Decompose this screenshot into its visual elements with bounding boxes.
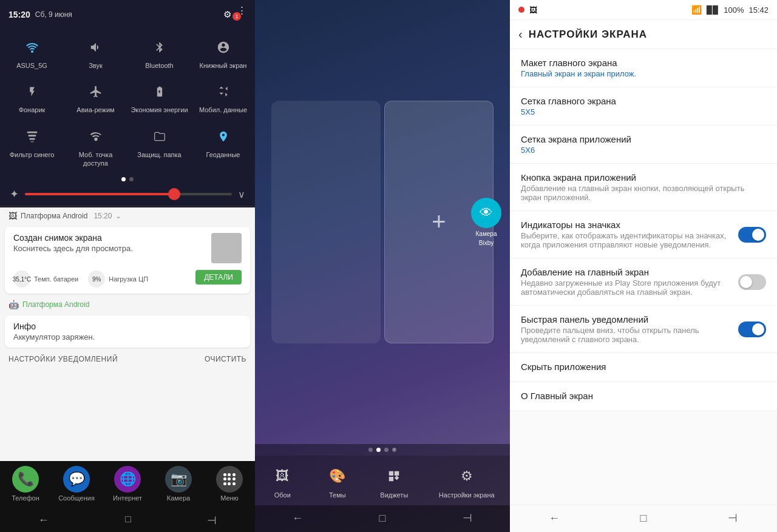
- nav-camera[interactable]: 📷 Камера: [153, 466, 204, 502]
- tile-sound[interactable]: Звук: [64, 30, 127, 75]
- home-screen-panel: + 👁 Камера Bixby + 🖼 Обои 🎨 Темы: [255, 0, 510, 532]
- brightness-slider[interactable]: [25, 193, 232, 195]
- bixby-button[interactable]: 👁 Камера Bixby: [471, 198, 501, 246]
- toolbar-themes-label: Темы: [329, 491, 346, 499]
- add-home-toggle[interactable]: [738, 274, 766, 290]
- quick-panel-title: Быстрая панель уведомлений: [521, 314, 738, 325]
- temp-label: Темп. батареи: [34, 275, 78, 283]
- notif1-title: Создан снимок экрана: [13, 233, 205, 243]
- tile-book[interactable]: Книжный экран: [191, 30, 255, 75]
- badges-toggle[interactable]: [738, 227, 766, 243]
- settings-recent-button[interactable]: ⊣: [688, 511, 777, 525]
- add-home-text: Добавление на главный экран Недавно загр…: [521, 267, 738, 297]
- add-home-sub: Недавно загруженные из Play Store прилож…: [521, 278, 738, 297]
- tile-wifi[interactable]: ASUS_5G: [0, 30, 64, 75]
- settings-item-add-home[interactable]: Добавление на главный экран Недавно загр…: [510, 258, 777, 306]
- back-button-1[interactable]: ←: [38, 514, 49, 527]
- tile-book-label: Книжный экран: [200, 61, 247, 70]
- home-recent-button[interactable]: ⊣: [425, 511, 510, 525]
- phone-icon-circle: 📞: [12, 466, 39, 493]
- settings-item-grid-home[interactable]: Сетка главного экрана 5X5: [510, 87, 777, 126]
- bixby-circle: 👁: [471, 198, 501, 228]
- book-icon: [212, 36, 234, 58]
- bottom-nav: 📞 Телефон 💬 Сообщения 🌐 Интернет 📷 Камер…: [0, 461, 255, 508]
- notif1-thumbnail: [211, 233, 242, 263]
- layout-sub: Главный экран и экран прилож.: [521, 69, 766, 78]
- add-home-toggle-knob: [740, 276, 752, 288]
- toolbar-widgets[interactable]: Виджеты: [380, 464, 408, 499]
- settings-item-apps-button[interactable]: Кнопка экрана приложений Добавление на г…: [510, 164, 777, 211]
- notif-clear-button[interactable]: ОЧИСТИТЬ: [205, 355, 246, 363]
- wallpaper-icon: 🖼: [270, 464, 294, 488]
- tile-folder[interactable]: Защищ. папка: [127, 120, 191, 173]
- settings-item-hide-apps[interactable]: Скрыть приложения: [510, 353, 777, 382]
- about-title: О Главный экран: [521, 391, 766, 401]
- detail-button[interactable]: ДЕТАЛИ: [195, 270, 242, 285]
- tile-flashlight[interactable]: Фонарик: [0, 75, 64, 119]
- metric-temp: 35,1°С Темп. батареи: [13, 271, 78, 288]
- home-home-button[interactable]: □: [340, 511, 425, 525]
- nav-menu[interactable]: Меню: [204, 466, 255, 502]
- add-page-icon[interactable]: +: [432, 208, 446, 235]
- nav-phone[interactable]: 📞 Телефон: [0, 466, 51, 502]
- toolbar-wallpaper-label: Обои: [274, 491, 291, 499]
- home-toolbar: 🖼 Обои 🎨 Темы Виджеты ⚙ Настройки экрана: [255, 456, 510, 505]
- svg-rect-3: [30, 141, 34, 142]
- notif1-metrics: 35,1°С Темп. батареи 9% Нагрузка ЦП: [13, 271, 148, 288]
- nav-messages[interactable]: 💬 Сообщения: [51, 466, 102, 502]
- internet-icon-circle: 🌐: [114, 466, 141, 493]
- home-button-1[interactable]: □: [125, 514, 131, 527]
- settings-item-grid-apps[interactable]: Сетка экрана приложений 5X6: [510, 126, 777, 164]
- tile-bluetooth[interactable]: Bluetooth: [127, 30, 191, 75]
- badges-sub: Выберите, как отображать идентификаторы …: [521, 231, 738, 249]
- svg-rect-1: [28, 135, 36, 136]
- temp-value: 35,1°С: [13, 276, 32, 283]
- settings-back-button[interactable]: ←: [510, 511, 599, 525]
- toolbar-themes[interactable]: 🎨 Темы: [325, 464, 350, 499]
- nav-phone-label: Телефон: [12, 494, 39, 502]
- badges-text: Индикаторы на значках Выберите, как отоб…: [521, 220, 738, 249]
- home-back-button[interactable]: ←: [255, 511, 340, 525]
- home-page-dots: +: [255, 444, 510, 456]
- settings-item-about[interactable]: О Главный экран: [510, 382, 777, 411]
- quick-panel-toggle[interactable]: [738, 322, 766, 337]
- brightness-thumb[interactable]: [168, 188, 180, 200]
- home-dot-add: +: [392, 448, 396, 452]
- settings-item-quick-panel[interactable]: Быстрая панель уведомлений Проведите пал…: [510, 306, 777, 353]
- notif-settings-button[interactable]: НАСТРОЙКИ УВЕДОМЛЕНИЙ: [8, 355, 118, 363]
- battery-status: 100%: [724, 5, 744, 15]
- settings-back-arrow[interactable]: ‹: [518, 27, 523, 41]
- settings-icon[interactable]: ⚙: [223, 9, 231, 20]
- settings-panel: 🖼 📶 ▉▉ 100% 15:42 ‹ НАСТРОЙКИ ЭКРАНА Мак…: [510, 0, 777, 532]
- settings-item-layout[interactable]: Макет главного экрана Главный экран и эк…: [510, 49, 777, 87]
- notification-badge: 1: [232, 12, 241, 21]
- notif2-card: Инфо Аккумулятор заряжен.: [5, 315, 250, 348]
- gesture-bar-1: ← □ ⊣: [0, 508, 255, 532]
- settings-home-button[interactable]: □: [599, 511, 688, 525]
- brightness-chevron-icon[interactable]: ∨: [238, 189, 245, 200]
- tile-data[interactable]: Мобил. данные: [191, 75, 255, 119]
- home-content: + 👁 Камера Bixby: [255, 0, 510, 444]
- tile-folder-label: Защищ. папка: [137, 150, 181, 159]
- camera-icon: 📷: [171, 471, 187, 487]
- apps-button-sub: Добавление на главный экран кнопки, позв…: [521, 184, 766, 202]
- settings-item-badges[interactable]: Индикаторы на значках Выберите, как отоб…: [510, 211, 777, 258]
- nav-internet-label: Интернет: [113, 494, 142, 502]
- tile-geo[interactable]: Геоданные: [191, 120, 255, 173]
- toolbar-screen-settings[interactable]: ⚙ Настройки экрана: [439, 464, 495, 499]
- home-panel-left: [271, 101, 381, 343]
- tile-hotspot[interactable]: Моб. точка доступа: [64, 120, 127, 173]
- nav-messages-label: Сообщения: [58, 494, 95, 502]
- toolbar-wallpaper[interactable]: 🖼 Обои: [270, 464, 294, 499]
- temp-circle: 35,1°С: [13, 271, 30, 288]
- recent-button-1[interactable]: ⊣: [207, 514, 217, 527]
- tile-airplane[interactable]: Авиа-режим: [64, 75, 127, 119]
- tile-battery[interactable]: Экономия энергии: [127, 75, 191, 119]
- notif1-text: Создан снимок экрана Коснитесь здесь для…: [13, 233, 205, 253]
- tile-sound-label: Звук: [89, 61, 103, 70]
- tile-filter[interactable]: Фильтр синего: [0, 120, 64, 173]
- nav-internet[interactable]: 🌐 Интернет: [102, 466, 153, 502]
- settings-nav: ← □ ⊣: [510, 505, 777, 532]
- quick-panel-text: Быстрая панель уведомлений Проведите пал…: [521, 314, 738, 344]
- brightness-row: ✦ ∨: [0, 184, 255, 204]
